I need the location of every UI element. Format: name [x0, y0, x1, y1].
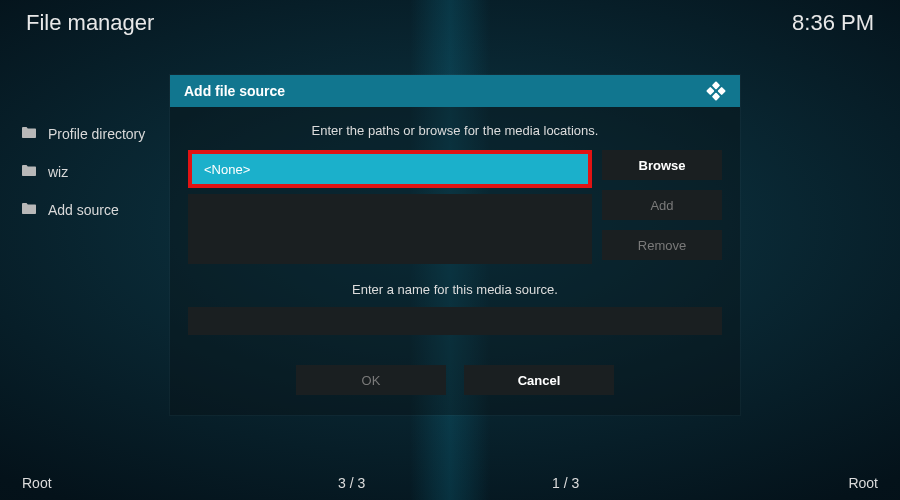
- cancel-button[interactable]: Cancel: [464, 365, 614, 395]
- svg-rect-1: [717, 87, 725, 95]
- browse-button[interactable]: Browse: [602, 150, 722, 180]
- path-input-value: <None>: [204, 162, 250, 177]
- paths-instruction: Enter the paths or browse for the media …: [188, 123, 722, 138]
- folder-icon: [22, 127, 36, 141]
- dialog-header: Add file source: [170, 75, 740, 107]
- footer-left-label: Root: [22, 475, 52, 491]
- svg-rect-3: [712, 92, 720, 100]
- kodi-logo-icon: [706, 81, 726, 101]
- folder-icon: [22, 203, 36, 217]
- remove-button[interactable]: Remove: [602, 230, 722, 260]
- sidebar-item-label: wiz: [48, 164, 68, 180]
- ok-button[interactable]: OK: [296, 365, 446, 395]
- top-bar: File manager 8:36 PM: [0, 0, 900, 44]
- path-input[interactable]: <None>: [192, 154, 588, 184]
- name-instruction: Enter a name for this media source.: [188, 282, 722, 297]
- svg-rect-2: [706, 87, 714, 95]
- footer-left-count: 3 / 3: [338, 475, 365, 491]
- sidebar-item-add-source[interactable]: Add source: [16, 198, 196, 222]
- folder-icon: [22, 165, 36, 179]
- add-file-source-dialog: Add file source Enter the paths or brows…: [170, 75, 740, 415]
- sidebar-item-label: Add source: [48, 202, 119, 218]
- footer-right-label: Root: [848, 475, 878, 491]
- source-name-input[interactable]: [188, 307, 722, 335]
- clock: 8:36 PM: [792, 10, 874, 36]
- dialog-body: Enter the paths or browse for the media …: [170, 107, 740, 395]
- footer-right-count: 1 / 3: [552, 475, 579, 491]
- paths-list-area[interactable]: [188, 194, 592, 264]
- page-title: File manager: [26, 10, 154, 36]
- sidebar-item-wiz[interactable]: wiz: [16, 160, 196, 184]
- highlight-annotation: <None>: [188, 150, 592, 188]
- dialog-title: Add file source: [184, 83, 285, 99]
- footer-bar: Root 3 / 3 1 / 3 Root: [0, 466, 900, 500]
- sidebar-item-profile-directory[interactable]: Profile directory: [16, 122, 196, 146]
- add-button[interactable]: Add: [602, 190, 722, 220]
- svg-rect-0: [712, 81, 720, 89]
- left-file-list: Profile directory wiz Add source: [16, 122, 196, 222]
- sidebar-item-label: Profile directory: [48, 126, 145, 142]
